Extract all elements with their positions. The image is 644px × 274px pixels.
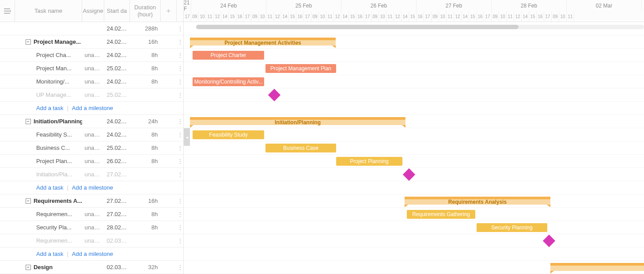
gantt-milestone[interactable] [543,235,555,247]
add-task-link[interactable]: Add a task [36,105,63,111]
collapse-toggle[interactable]: − [26,265,31,270]
chart-row[interactable]: Security Planning [184,221,644,234]
grid-row[interactable]: Business C...unassi...25.02....8h⋮ [0,141,183,155]
col-header-task[interactable]: Task name [15,0,82,22]
gantt-task-bar[interactable]: Requirements Gathering [407,210,475,219]
add-task-link[interactable]: Add a task [36,251,63,257]
gantt-task-bar[interactable]: Feasibility Study [193,130,264,139]
row-actions[interactable]: ⋮ [176,211,183,218]
gantt-task-bar[interactable]: Project Management Plan [265,64,336,73]
grid-row[interactable]: −Design02.03....32h⋮ [0,261,183,274]
task-name: UP Manage... [36,91,71,98]
summary-row[interactable]: 24.02.... 288h ⋮ [0,22,183,35]
collapse-panel-handle[interactable]: ◂ [184,128,190,146]
row-actions[interactable]: ⋮ [176,145,183,152]
task-name: Project Man... [36,65,72,72]
task-name-cell: Security Pla... [15,224,82,231]
chart-row[interactable]: Feasibility Study [184,128,644,141]
add-milestone-link[interactable]: Add a milestone [72,184,113,191]
grid-row[interactable]: Project Cha...unassi...24.02....8h⋮ [0,49,183,62]
add-column-button[interactable]: + [161,0,177,22]
gantt-group-bar[interactable]: Project Management Activities [190,38,336,48]
task-name: Security Pla... [36,224,72,231]
add-milestone-link[interactable]: Add a milestone [72,105,113,111]
row-actions[interactable]: ⋮ [176,224,183,231]
grid-row[interactable]: Feasibility S...unassi...24.02....8h⋮ [0,128,183,141]
chart-row[interactable] [184,88,644,102]
row-actions[interactable]: ⋮ [176,198,183,205]
chart-row[interactable] [184,168,644,181]
hour-header: 09 [311,11,319,22]
collapse-toggle[interactable]: − [26,198,31,204]
gantt-group-bar[interactable] [550,263,644,274]
row-actions[interactable]: ⋮ [176,158,183,165]
assignee-cell: unassi... [82,237,104,244]
chart-row[interactable]: Business Case [184,141,644,155]
grid-row[interactable]: Requiremen...unassi...27.02....8h⋮ [0,208,183,221]
chart-row[interactable]: Requirements Analysis [184,194,644,208]
chart-row[interactable] [184,234,644,247]
kebab-icon: ⋮ [177,78,183,85]
gantt-task-bar[interactable]: Project Charter [193,51,264,60]
duration-cell: 8h [129,65,160,72]
chart-row[interactable] [184,261,644,274]
row-actions[interactable]: ⋮ [176,131,183,138]
row-actions[interactable]: ⋮ [176,78,183,85]
chart-body[interactable]: Project Management ActivitiesProject Cha… [184,22,644,274]
grid-row[interactable]: −Project Manage...24.02....16h⋮ [0,35,183,49]
grid-row[interactable]: Requiremen...unassi...02.03....⋮ [0,234,183,247]
grid-row[interactable]: Project Man...unassi...25.02....8h⋮ [0,62,183,75]
grid-row[interactable]: −Initiation/Planning24.02....24h⋮ [0,115,183,128]
gantt-milestone[interactable] [268,89,280,101]
assignee-cell: unassi... [82,78,104,85]
row-actions[interactable]: ⋮ [176,264,183,271]
col-header-duration[interactable]: Duration (hour) [130,0,161,22]
grid-row[interactable]: Security Pla...unassi...28.02....8h⋮ [0,221,183,234]
day-header: 26 Feb [341,0,417,11]
grid-row[interactable]: −Requirements A...27.02....16h⋮ [0,194,183,208]
chart-row[interactable]: Project Planning [184,155,644,168]
col-header-start[interactable]: Start da [104,0,130,22]
collapse-toggle[interactable]: − [26,39,31,45]
chart-row[interactable]: Initiation/Planning [184,115,644,128]
chart-row[interactable]: Monitoring/Controlling Activ... [184,75,644,88]
hour-header: 11 [326,11,334,22]
row-actions[interactable]: ⋮ [176,65,183,72]
task-name-cell: −Requirements A... [15,198,82,204]
row-actions[interactable]: ⋮ [176,38,183,46]
hour-header: 12 [214,11,221,22]
gantt-group-bar[interactable]: Initiation/Planning [190,117,405,128]
gantt-task-bar[interactable]: Business Case [265,144,336,152]
row-actions[interactable]: ⋮ [176,25,183,32]
row-actions[interactable]: ⋮ [176,171,183,178]
col-header-assignee[interactable]: Assigne [82,0,104,22]
chart-row[interactable]: Project Management Activities [184,35,644,49]
grid-row[interactable]: Project Plan...unassi...26.02....8h⋮ [0,155,183,168]
chart-row[interactable]: Project Management Plan [184,62,644,75]
gantt-task-bar[interactable]: Security Planning [477,223,547,232]
gantt-app: Task name Assigne Start da Duration (hou… [0,0,644,274]
chart-row[interactable]: Requirements Gathering [184,208,644,221]
scrollbar-track[interactable] [196,25,644,29]
duration-cell: 8h [129,78,160,85]
add-milestone-link[interactable]: Add a milestone [72,251,113,257]
row-actions[interactable]: ⋮ [176,91,183,99]
gantt-task-bar[interactable]: Monitoring/Controlling Activ... [193,77,264,86]
chart-row[interactable]: Project Charter [184,49,644,62]
row-actions[interactable]: ⋮ [176,237,183,244]
scrollbar-thumb[interactable] [196,25,519,29]
row-actions[interactable]: ⋮ [176,118,183,125]
hour-header: 09 [552,11,559,22]
row-actions[interactable]: ⋮ [176,52,183,59]
grid-menu-button[interactable] [0,0,15,22]
grid-row[interactable]: Monitoring/...unassi...24.02....8h⋮ [0,75,183,88]
add-task-link[interactable]: Add a task [36,184,63,191]
grid-row[interactable]: UP Manage...unassi...25.02....⋮ [0,88,183,102]
gantt-group-bar[interactable]: Requirements Analysis [405,197,550,207]
gantt-milestone[interactable] [403,168,415,181]
collapse-toggle[interactable]: − [26,119,31,124]
gantt-task-bar[interactable]: Project Planning [336,157,402,166]
day-header: 25 Feb [266,0,341,11]
hour-header: 10 [499,11,507,22]
grid-row[interactable]: Initiation/Pla...unassi...27.02....⋮ [0,168,183,181]
